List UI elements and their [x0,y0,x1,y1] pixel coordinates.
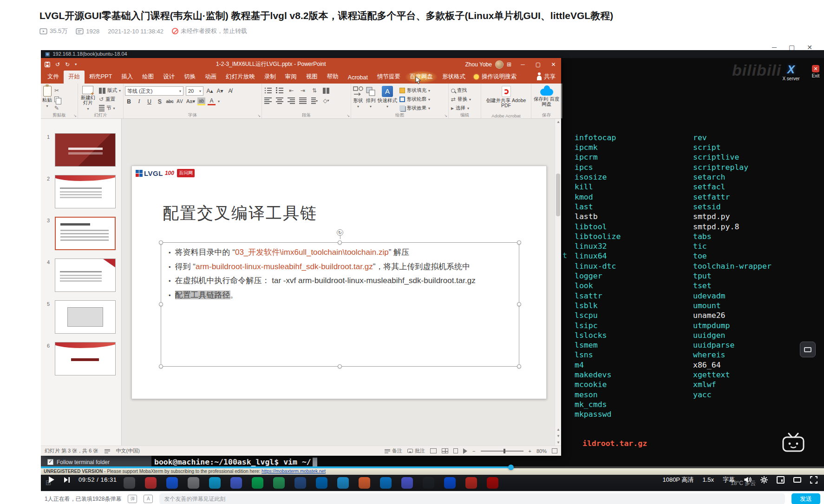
layout-button[interactable]: 版式▾ [98,87,122,94]
shape-fill-button[interactable]: 形状填充▾ [399,87,431,94]
character-spacing-button[interactable]: AV [176,97,184,105]
font-dialog-launcher[interactable]: ↘ [257,114,261,118]
slide-thumbnail[interactable]: 1 [41,133,122,168]
next-slide-icon[interactable]: ▼ [555,434,562,438]
font-color-button[interactable]: A [208,97,216,105]
text-shadow-button[interactable]: S [156,97,163,105]
ribbon-tab[interactable]: 审阅 [281,71,301,84]
video-player[interactable]: ▣ 192.168.1.18(book)ubuntu-18.04 bilibil… [41,50,824,491]
settings-gear-icon[interactable] [760,476,768,484]
ribbon-tab[interactable]: 稻壳PPT [85,71,117,84]
select-button[interactable]: ▸选择▾ [450,104,472,112]
zoom-out-icon[interactable]: − [472,448,475,454]
slide-thumb-preview[interactable] [55,175,116,208]
ribbon-tab[interactable]: 开始 [64,71,85,84]
smartart-icon[interactable]: ◇▾ [321,97,331,105]
ribbon-tab[interactable]: 绘图 [137,71,158,84]
resize-handle-s[interactable] [338,364,342,368]
ribbon-tab[interactable]: 视图 [301,71,322,84]
ribbon-tab[interactable]: 情节提要 [373,71,405,84]
numbering-icon[interactable] [275,86,284,95]
play-button[interactable] [47,476,55,484]
highlight-color-button[interactable]: ab [197,97,205,105]
scroll-down-icon[interactable]: ▼ [555,440,562,445]
resize-handle-n[interactable] [338,240,342,245]
font-size-select[interactable]: 20▾ [186,86,203,96]
save-to-baidu-button[interactable]: 保存到 百度网盘 [533,85,560,112]
drawing-dialog-launcher[interactable]: ↘ [444,114,447,118]
columns-icon[interactable] [321,86,331,95]
exit-button[interactable]: ✕ Exit [807,64,824,78]
speed-button[interactable]: 1.5x [702,476,714,483]
slide-thumbnail[interactable]: 2 [41,175,122,210]
danmaku-send-button[interactable]: 发送 [791,493,820,504]
increase-indent-icon[interactable]: ⇥ [298,86,307,95]
find-button[interactable]: 查找 [450,87,472,94]
ribbon-tab[interactable]: 录制 [260,71,281,84]
save-icon[interactable] [45,62,50,67]
ribbon-tab[interactable]: 幻灯片放映 [221,71,260,84]
resize-handle-se[interactable] [517,364,521,368]
bullets-icon[interactable] [263,86,273,95]
zoom-slider[interactable] [481,451,523,452]
justify-icon[interactable] [298,97,307,105]
fullscreen-icon[interactable] [810,476,817,484]
reset-button[interactable]: ↺重置 [98,96,122,103]
slide-thumbnail[interactable]: 3 [41,217,122,252]
tell-me-search[interactable]: 操作说明搜索 [470,71,520,84]
scrollbar-thumb[interactable] [556,174,560,216]
widescreen-icon[interactable] [793,477,801,483]
font-color-dropdown[interactable]: ▾ [218,99,220,103]
danmaku-toggle-icon[interactable]: 弹 [128,495,137,503]
volume-icon[interactable] [744,476,752,483]
create-pdf-button[interactable]: 创建并共享 Adobe PDF [483,85,530,112]
italic-button[interactable]: I [135,97,143,105]
subtitle-button[interactable]: 字幕 [723,476,735,484]
ribbon-tab[interactable]: 动画 [200,71,221,84]
bullet-item[interactable]: • 在虚拟机中执行命令解压： tar -xvf arm-buildroot-li… [169,276,476,286]
cut-icon[interactable]: ✂ [53,87,60,94]
slide-thumbnail[interactable]: 5 [41,300,122,336]
miniplayer-icon[interactable] [777,476,785,484]
slide-thumbnail[interactable]: 4 [41,258,122,294]
slide-thumb-preview[interactable] [55,217,116,250]
quality-button[interactable]: 1080P 高清 [662,476,693,484]
bold-button[interactable]: B [125,97,133,105]
slide-bullet-list[interactable]: • 将资料目录中的 “03_开发软件\imx6ull_toolchain\too… [169,248,476,304]
zoom-level[interactable]: 80% [536,448,547,454]
danmaku-settings-icon[interactable]: A [144,495,153,503]
resize-handle-w[interactable] [159,302,163,306]
slide-sorter-icon[interactable] [442,448,448,453]
format-painter-icon[interactable]: ✎ [53,104,60,112]
paragraph-dialog-launcher[interactable]: ↘ [347,114,350,118]
line-spacing-icon[interactable]: ⇅ [310,86,319,95]
decrease-indent-icon[interactable]: ⇤ [287,86,296,95]
paste-button[interactable]: 粘贴▾ [42,85,52,112]
slide-thumb-preview[interactable] [55,342,116,375]
spellcheck-icon[interactable] [105,449,110,453]
ppt-restore-button[interactable]: ▢ [530,58,546,71]
cast-floating-button[interactable] [800,342,816,357]
font-name-select[interactable]: 等线 (正文)▾ [125,86,183,96]
ppt-minimize-button[interactable]: ─ [515,58,530,71]
bullet-item[interactable]: • 将资料目录中的 “03_开发软件\imx6ull_toolchain\too… [169,248,476,258]
canvas-scrollbar[interactable]: ▲ ▲ ▼ ▼ [555,119,561,446]
clear-format-icon[interactable]: A̸ [226,87,234,95]
align-left-icon[interactable] [263,97,273,105]
reading-view-icon[interactable] [453,448,458,453]
ribbon-tab[interactable]: 设计 [158,71,179,84]
undo-icon[interactable]: ↺ [55,62,60,67]
normal-view-icon[interactable] [430,448,437,453]
strikethrough-button[interactable]: abc [166,97,174,105]
zoom-in-icon[interactable]: + [529,448,531,454]
textbox-selection-frame[interactable]: ↻ • 将资料目录中的 “03_开发软件\imx6ull_toolchain\t… [161,242,519,367]
language-indicator[interactable]: 中文(中国) [116,447,140,454]
new-slide-button[interactable]: 新建幻灯片▾ [79,85,97,112]
bilibili-tv-icon[interactable] [781,433,805,456]
avatar[interactable] [495,60,504,69]
resize-handle-ne[interactable] [517,240,521,245]
slide-thumb-preview[interactable] [55,133,116,167]
copy-icon[interactable] [53,96,60,103]
scroll-up-icon[interactable]: ▲ [555,120,562,124]
arrange-button[interactable]: 排列▾ [365,85,376,112]
